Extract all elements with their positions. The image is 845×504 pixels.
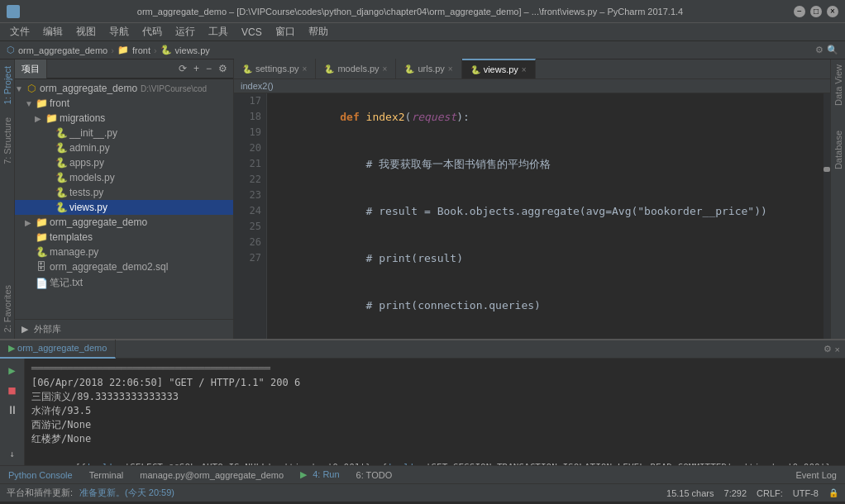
run-settings[interactable]: ⚙ × bbox=[819, 342, 845, 356]
tree-sql[interactable]: 🗄 orm_aggregate_demo2.sql bbox=[15, 259, 233, 274]
breadcrumb-front[interactable]: front bbox=[132, 45, 150, 55]
tree-templates[interactable]: 📁 templates bbox=[15, 230, 233, 245]
tree-views[interactable]: 🐍 views.py bbox=[15, 200, 233, 215]
run-pause-btn[interactable]: ⏸ bbox=[4, 402, 21, 418]
tree-init[interactable]: 🐍 __init__.py bbox=[15, 126, 233, 140]
tree-models[interactable]: 🐍 models.py bbox=[15, 170, 233, 185]
menu-file[interactable]: 文件 bbox=[3, 23, 36, 40]
run-bottom-tab-manage[interactable]: manage.py@orm_aggregate_demo bbox=[131, 467, 292, 483]
data-view-label[interactable]: Data View bbox=[832, 61, 845, 109]
run-scroll-btn[interactable]: ↓ bbox=[4, 445, 21, 462]
breadcrumb-icon3: 🐍 bbox=[160, 45, 172, 55]
menu-edit[interactable]: 编辑 bbox=[36, 23, 69, 40]
tree-front[interactable]: ▼ 📁 front bbox=[15, 96, 233, 111]
breadcrumb-icon: ⬡ bbox=[7, 45, 15, 55]
run-tab-label: orm_aggregate_demo bbox=[17, 343, 107, 353]
tree-manage[interactable]: 🐍 manage.py bbox=[15, 245, 233, 259]
tree-tests[interactable]: 🐍 tests.py bbox=[15, 185, 233, 200]
encoding: UTF-8 bbox=[793, 488, 819, 498]
tab-urls-icon: 🐍 bbox=[404, 64, 414, 74]
menu-run[interactable]: 运行 bbox=[169, 23, 202, 40]
todo-label: 6: TODO bbox=[356, 470, 393, 480]
toolbar-settings[interactable]: ⚙ bbox=[216, 61, 230, 76]
run-bottom-tab-terminal[interactable]: Terminal bbox=[81, 467, 132, 483]
run-tab-eventlog[interactable]: Event Log bbox=[787, 467, 845, 483]
left-vert-tabs: 1: Project 7: Structure 2: Favorites bbox=[0, 59, 15, 339]
lock-icon: 🔒 bbox=[828, 488, 838, 497]
run-label: 4: Run bbox=[313, 469, 339, 479]
tree-root[interactable]: ▼ ⬡ orm_aggregate_demo D:\VIPCourse\cod bbox=[15, 81, 233, 96]
run-output-separator: ════════════════════════════════════════ bbox=[31, 362, 838, 376]
tab-models-label: models.py bbox=[337, 64, 379, 74]
scroll-indicator bbox=[824, 93, 830, 339]
tab-views[interactable]: 🐍 views.py × bbox=[462, 59, 536, 78]
tree-notes[interactable]: 📄 笔记.txt bbox=[15, 274, 233, 292]
menu-navigate[interactable]: 导航 bbox=[103, 23, 136, 40]
external-section: ▶ 外部库 bbox=[15, 319, 233, 339]
right-panel-icon2[interactable]: 🔍 bbox=[827, 45, 838, 55]
run-tab-run[interactable]: ▶ 4: Run bbox=[292, 466, 347, 483]
run-output-book3: 西游记/None bbox=[31, 418, 838, 432]
tree-migrations[interactable]: ▶ 📁 migrations bbox=[15, 111, 233, 126]
breadcrumb-views[interactable]: views.py bbox=[175, 45, 210, 55]
tab-urls[interactable]: 🐍 urls.py × bbox=[396, 59, 461, 78]
menu-help[interactable]: 帮助 bbox=[302, 23, 335, 40]
menu-tools[interactable]: 工具 bbox=[202, 23, 235, 40]
tree-orm-folder[interactable]: ▶ 📁 orm_aggregate_demo bbox=[15, 215, 233, 230]
toolbar-sync[interactable]: ⟳ bbox=[176, 61, 189, 76]
tab-settings-label: settings.py bbox=[255, 64, 299, 74]
run-output[interactable]: ════════════════════════════════════════… bbox=[25, 359, 845, 465]
toolbar-collapse[interactable]: − bbox=[203, 61, 214, 76]
tree-admin[interactable]: 🐍 admin.py bbox=[15, 140, 233, 155]
file-tree: ▼ ⬡ orm_aggregate_demo D:\VIPCourse\cod … bbox=[15, 79, 233, 319]
sidebar-item-favorites[interactable]: 2: Favorites bbox=[1, 278, 14, 339]
tab-models[interactable]: 🐍 models.py × bbox=[316, 59, 396, 78]
panel-tab-project[interactable]: 项目 bbox=[15, 59, 47, 78]
menu-window[interactable]: 窗口 bbox=[269, 23, 302, 40]
menu-view[interactable]: 视图 bbox=[69, 23, 103, 40]
run-output-request: [06/Apr/2018 22:06:50] "GET / HTTP/1.1" … bbox=[31, 376, 838, 390]
database-label[interactable]: Database bbox=[832, 127, 845, 173]
run-output-book1: 三国演义/89.33333333333333 bbox=[31, 390, 838, 404]
update-link[interactable]: 准备更新。(今天 20:59) bbox=[79, 487, 174, 499]
code-editor[interactable]: 17 18 19 20 21 22 23 24 25 26 27 def ind… bbox=[234, 93, 830, 339]
right-sidebar: Data View Database bbox=[830, 59, 845, 339]
run-content: ▶ ■ ⏸ ↓ ════════════════════════════════… bbox=[0, 359, 845, 465]
minimize-button[interactable]: − bbox=[794, 6, 805, 17]
run-tab-todo[interactable]: 6: TODO bbox=[348, 467, 401, 483]
main-area: 1: Project 7: Structure 2: Favorites 项目 … bbox=[0, 59, 845, 339]
breadcrumb-project[interactable]: orm_aggregate_demo bbox=[18, 45, 107, 55]
close-button[interactable]: × bbox=[827, 6, 838, 17]
sidebar-item-project[interactable]: 1: Project bbox=[1, 59, 14, 111]
run-play-btn[interactable]: ▶ bbox=[4, 362, 21, 378]
tab-urls-close[interactable]: × bbox=[448, 64, 453, 74]
right-panel-icon1[interactable]: ⚙ bbox=[815, 45, 824, 55]
run-bottom-tab-console[interactable]: Python Console bbox=[0, 467, 81, 483]
run-output-book2: 水浒传/93.5 bbox=[31, 404, 838, 418]
event-log-label: Event Log bbox=[795, 470, 837, 480]
maximize-button[interactable]: □ bbox=[810, 6, 822, 17]
position-indicator: 7:292 bbox=[724, 488, 747, 498]
run-tab-main[interactable]: ▶ orm_aggregate_demo bbox=[0, 340, 116, 359]
tab-views-label: views.py bbox=[484, 64, 518, 74]
breadcrumb-bar: ⬡ orm_aggregate_demo › 📁 front › 🐍 views… bbox=[0, 41, 845, 59]
run-tab-bar: ▶ orm_aggregate_demo ⚙ × bbox=[0, 340, 845, 359]
run-output-book4: 红楼梦/None bbox=[31, 432, 838, 446]
menu-vcs[interactable]: VCS bbox=[235, 25, 269, 40]
sidebar-item-structure[interactable]: 7: Structure bbox=[1, 111, 14, 171]
tab-settings[interactable]: 🐍 settings.py × bbox=[234, 59, 316, 78]
run-stop-btn[interactable]: ■ bbox=[4, 382, 21, 398]
menu-code[interactable]: 代码 bbox=[136, 23, 169, 40]
breadcrumb-icon2: 📁 bbox=[117, 45, 129, 55]
toolbar-expand[interactable]: + bbox=[191, 61, 202, 76]
tree-apps[interactable]: 🐍 apps.py bbox=[15, 155, 233, 170]
code-line-21: # print(connection.queries) bbox=[275, 282, 824, 329]
run-bottom-tabs: Python Console Terminal manage.py@orm_ag… bbox=[0, 465, 845, 483]
code-content[interactable]: def index2(request): # 我要获取每一本图书销售的平均价格 … bbox=[267, 93, 824, 339]
tab-settings-close[interactable]: × bbox=[303, 64, 308, 74]
title-bar: orm_aggregate_demo – [D:\VIPCourse\codes… bbox=[0, 0, 845, 23]
tab-models-close[interactable]: × bbox=[383, 64, 388, 74]
close-run-icon: × bbox=[835, 345, 840, 354]
external-libraries[interactable]: ▶ 外部库 bbox=[18, 321, 230, 337]
tab-views-close[interactable]: × bbox=[522, 65, 527, 74]
